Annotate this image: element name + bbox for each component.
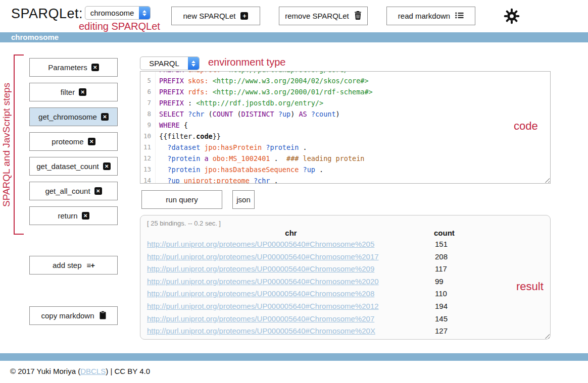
code-line: 6 PREFIX rdfs: <http://www.w3.org/2000/0… [140, 86, 550, 97]
line-number: 10 [140, 131, 156, 142]
line-code: WHERE { [156, 120, 188, 131]
sparqlet-select[interactable]: chromosome [85, 6, 151, 20]
close-icon[interactable]: ✕ [91, 64, 99, 71]
step-label: Parameters [48, 63, 87, 72]
result-row: http://purl.uniprot.org/proteomes/UP0000… [147, 302, 544, 314]
line-code: ?up uniprot:proteome ?chr . [156, 175, 278, 184]
line-code: ?protein jpo:hasDatabaseSequence ?up . [156, 164, 323, 175]
code-line: 14 ?up uniprot:proteome ?chr . [140, 175, 550, 184]
chr-link[interactable]: http://purl.uniprot.org/proteomes/UP0000… [147, 302, 435, 310]
code-annotation: code [514, 120, 538, 133]
step-item[interactable]: Parameters ✕ [29, 58, 118, 77]
count-value: 99 [435, 277, 444, 286]
run-query-button[interactable]: run query [141, 190, 222, 209]
environment-type-select[interactable]: SPARQL [140, 57, 200, 70]
select-chevrons-icon [139, 7, 150, 19]
step-item[interactable]: filter ✕ [29, 83, 118, 101]
code-line: 13 ?protein jpo:hasDatabaseSequence ?up … [140, 164, 550, 175]
read-markdown-button[interactable]: read markdown [386, 7, 475, 25]
close-icon[interactable]: ✕ [94, 187, 102, 195]
close-icon[interactable]: ✕ [82, 212, 89, 220]
add-step-button[interactable]: add step ≡+ [29, 256, 118, 275]
close-icon[interactable]: ✕ [88, 138, 95, 145]
step-label: proteome [52, 137, 83, 146]
settings-button[interactable] [504, 8, 520, 24]
remove-sparqlet-label: remove SPARQLet [285, 12, 349, 20]
code-editor[interactable]: 4 PREFIX uniprot: <http://purl.uniprot.o… [140, 71, 551, 184]
code-line: 4 PREFIX uniprot: <http://purl.uniprot.o… [140, 71, 550, 75]
line-number: 6 [140, 86, 156, 97]
environment-type-value: SPARQL [140, 57, 188, 70]
step-list: Parameters ✕ filter ✕ get_chromosome ✕ p… [29, 58, 118, 231]
footer-bar [0, 353, 588, 361]
remove-sparqlet-button[interactable]: remove SPARQLet [279, 7, 368, 25]
line-code: ?dataset jpo:hasProtein ?protein . [156, 142, 307, 153]
line-number: 12 [140, 153, 156, 164]
code-line: 10 {{filter.code}} [140, 131, 550, 142]
step-label: return [58, 211, 77, 220]
line-code: PREFIX skos: <http://www.w3.org/2004/02/… [156, 75, 369, 86]
dbcls-link[interactable]: DBCLS [80, 367, 106, 375]
select-chevrons-icon [188, 57, 199, 70]
app-title: SPARQLet: [11, 6, 83, 22]
count-value: 117 [435, 264, 447, 273]
line-number: 7 [140, 97, 156, 108]
steps-bracket-top-tick [14, 54, 24, 56]
chr-link[interactable]: http://purl.uniprot.org/proteomes/UP0000… [147, 326, 435, 335]
sparqlet-select-value: chromosome [85, 7, 139, 19]
clipboard-icon [100, 311, 106, 321]
result-rows: http://purl.uniprot.org/proteomes/UP0000… [147, 240, 544, 339]
chr-link[interactable]: http://purl.uniprot.org/proteomes/UP0000… [147, 289, 435, 298]
step-item[interactable]: get_chromosome ✕ [29, 107, 118, 126]
close-icon[interactable]: ✕ [103, 162, 111, 170]
line-number: 4 [140, 71, 156, 75]
section-title: chromosome [0, 32, 588, 42]
chr-link[interactable]: http://purl.uniprot.org/proteomes/UP0000… [147, 314, 435, 323]
step-item[interactable]: get_dataset_count ✕ [29, 157, 118, 176]
json-button[interactable]: json [232, 190, 255, 209]
close-icon[interactable]: ✕ [101, 113, 109, 121]
count-value: 110 [435, 289, 447, 298]
line-number: 11 [140, 142, 156, 153]
result-panel: [ 25 bindings. -- 0.2 sec. ] chr count h… [140, 215, 551, 340]
resize-grip-icon[interactable] [543, 332, 550, 339]
result-row: http://purl.uniprot.org/proteomes/UP0000… [147, 277, 544, 290]
environment-type-annotation: environment type [208, 57, 285, 68]
line-code: SELECT ?chr (COUNT (DISTINCT ?up) AS ?co… [156, 108, 340, 120]
column-header-chr: chr [147, 229, 435, 237]
copyright-text: © 2017 Yuki Moriya ( [10, 367, 80, 375]
close-icon[interactable]: ✕ [79, 88, 86, 96]
step-item[interactable]: return ✕ [29, 206, 118, 225]
gear-icon [504, 17, 520, 26]
chr-link[interactable]: http://purl.uniprot.org/proteomes/UP0000… [147, 264, 435, 273]
column-header-count: count [434, 229, 455, 237]
step-item[interactable]: get_all_count ✕ [29, 182, 118, 200]
bindings-info: [ 25 bindings. -- 0.2 sec. ] [147, 220, 221, 227]
result-row: http://purl.uniprot.org/proteomes/UP0000… [147, 326, 544, 339]
add-list-icon: ≡+ [87, 261, 95, 269]
code-line: 12 ?protein a obo:MS_1002401 . ### leadi… [140, 153, 550, 164]
code-line: 9 WHERE { [140, 120, 550, 131]
footer-text: © 2017 Yuki Moriya (DBCLS) | CC BY 4.0 [10, 367, 150, 375]
code-lines: 4 PREFIX uniprot: <http://purl.uniprot.o… [140, 71, 550, 184]
chr-link[interactable]: http://purl.uniprot.org/proteomes/UP0000… [147, 240, 435, 248]
json-label: json [236, 195, 251, 204]
result-row: http://purl.uniprot.org/proteomes/UP0000… [147, 252, 544, 265]
add-step-label: add step [53, 261, 82, 269]
line-number: 14 [140, 175, 156, 184]
code-line: 11 ?dataset jpo:hasProtein ?protein . [140, 142, 550, 153]
plus-icon: + [240, 12, 248, 20]
code-line: 8 SELECT ?chr (COUNT (DISTINCT ?up) AS ?… [140, 108, 550, 120]
steps-annotation: SPARQL and JavScript steps [1, 54, 13, 235]
steps-bracket-bottom-tick [14, 234, 24, 235]
result-row: http://purl.uniprot.org/proteomes/UP0000… [147, 240, 544, 252]
new-sparqlet-button[interactable]: new SPARQLet + [171, 7, 260, 25]
chr-link[interactable]: http://purl.uniprot.org/proteomes/UP0000… [147, 277, 435, 286]
copy-markdown-button[interactable]: copy markdown [29, 306, 118, 325]
step-item[interactable]: proteome ✕ [29, 132, 118, 151]
run-query-label: run query [166, 195, 198, 204]
count-value: 145 [435, 314, 448, 323]
line-code: {{filter.code}} [156, 131, 221, 142]
editing-sparqlet-annotation: editing SPARQLet [79, 21, 160, 32]
chr-link[interactable]: http://purl.uniprot.org/proteomes/UP0000… [147, 252, 435, 261]
